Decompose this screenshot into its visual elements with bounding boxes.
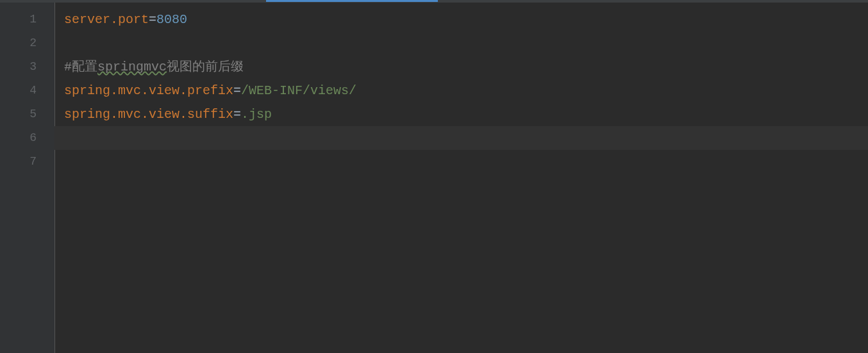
line-gutter[interactable]: 1 2 3 4 5 6 7 xyxy=(0,3,54,353)
code-line-3[interactable]: #配置springmvc视图的前后缀 xyxy=(64,55,868,79)
code-line-6-current[interactable] xyxy=(54,126,868,150)
code-line-1[interactable]: server.port=8080 xyxy=(64,8,868,31)
code-line-2[interactable] xyxy=(64,31,868,55)
line-number[interactable]: 7 xyxy=(0,150,54,174)
editor-container: 1 2 3 4 5 6 7 server.port=8080 #配置spring… xyxy=(0,3,868,353)
code-line-4[interactable]: spring.mvc.view.prefix=/WEB-INF/views/ xyxy=(64,79,868,103)
line-number[interactable]: 2 xyxy=(0,31,54,55)
equals-sign: = xyxy=(149,12,156,27)
property-value: .jsp xyxy=(241,107,272,122)
equals-sign: = xyxy=(233,107,241,122)
code-line-7[interactable] xyxy=(64,150,868,174)
line-number[interactable]: 6 xyxy=(0,126,54,150)
property-value: /WEB-INF/views/ xyxy=(241,83,356,98)
line-number[interactable]: 1 xyxy=(0,8,54,31)
property-key: spring.mvc.view.prefix xyxy=(64,83,233,98)
property-key: spring.mvc.view.suffix xyxy=(64,107,233,122)
line-number[interactable]: 4 xyxy=(0,79,54,103)
code-line-5[interactable]: spring.mvc.view.suffix=.jsp xyxy=(64,103,868,126)
property-value: 8080 xyxy=(156,12,187,27)
comment-text: 视图的前后缀 xyxy=(167,60,244,74)
line-number[interactable]: 5 xyxy=(0,103,54,126)
equals-sign: = xyxy=(233,83,241,98)
line-number[interactable]: 3 xyxy=(0,55,54,79)
comment-text: #配置 xyxy=(64,60,97,74)
tab-indicator xyxy=(266,0,438,2)
property-key: server.port xyxy=(64,12,149,27)
comment-typo: springmvc xyxy=(97,60,167,74)
code-area[interactable]: server.port=8080 #配置springmvc视图的前后缀 spri… xyxy=(54,3,868,353)
